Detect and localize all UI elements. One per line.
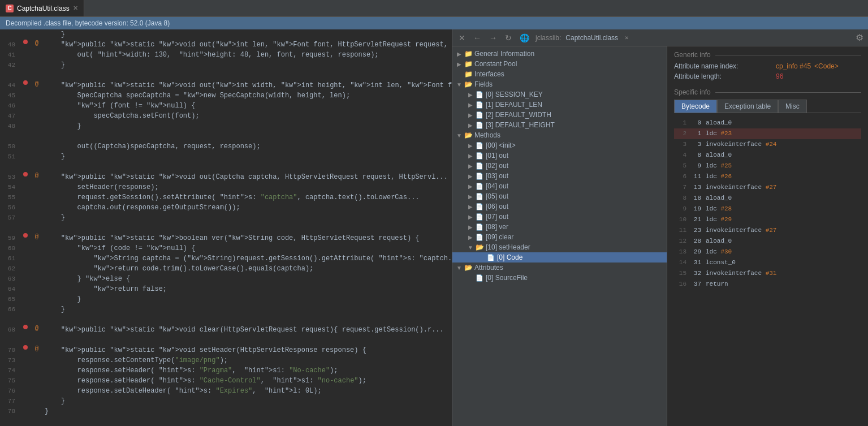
at-sign: @ <box>35 345 39 352</box>
code-line: 48 } <box>0 121 452 131</box>
code-text: response.setContentType("image/png"); <box>42 355 452 365</box>
breakpoint-dot <box>23 233 28 238</box>
tree-item-methods-05[interactable]: ▶📄[05] out <box>452 191 667 201</box>
bc-offset: 32 <box>690 269 706 278</box>
tab-bytecode[interactable]: Bytecode <box>674 100 717 113</box>
info-panel: Generic info Attribute name index: cp_in… <box>667 46 868 426</box>
tree-folder-icon: 📄 <box>475 173 484 179</box>
line-number: 42 <box>0 60 20 70</box>
tree-item-methods-00[interactable]: ▶📄[00] <init> <box>452 140 667 150</box>
tree-item-fields-0[interactable]: ▶📄[0] SESSION_KEY <box>452 89 667 100</box>
bytecode-row: 1228aload_0 <box>674 236 861 247</box>
code-line: 46 "kw">if (font != "kw">null) { <box>0 101 452 111</box>
tree-item-interfaces[interactable]: 📁Interfaces <box>452 69 667 79</box>
tree-item-general-info[interactable]: ▶📁General Information <box>452 49 667 59</box>
tree-item-fields[interactable]: ▼📂Fields <box>452 79 667 89</box>
forward-btn[interactable]: → <box>487 34 499 42</box>
tree-item-constant-pool[interactable]: ▶📁Constant Pool <box>452 59 667 69</box>
tab-misc[interactable]: Misc <box>778 100 807 113</box>
tree-item-fields-1[interactable]: ▶📄[1] DEFAULT_LEN <box>452 100 667 110</box>
tree-label: Constant Pool <box>474 60 667 68</box>
line-number: 59 <box>0 233 20 243</box>
line-number: 50 <box>0 141 20 152</box>
tree-item-methods-02[interactable]: ▶📄[02] out <box>452 161 667 171</box>
jclasslib-file-title: CaptchaUtil.class <box>565 34 618 42</box>
tree-arrow: ▶ <box>466 214 475 220</box>
line-number: 78 <box>0 406 20 416</box>
tree-item-methods-09[interactable]: ▶📄[09] clear <box>452 232 667 242</box>
tree-panel[interactable]: ▶📁General Information▶📁Constant Pool📁Int… <box>452 46 667 426</box>
line-number: 64 <box>0 284 20 294</box>
bytecode-row: 1431lconst_0 <box>674 257 861 268</box>
tree-folder-icon: 📄 <box>475 122 484 128</box>
jclasslib-header: ✕ ← → ↻ 🌐 jclasslib: CaptchaUtil.class ✕… <box>452 29 868 46</box>
generic-info-title: Generic info <box>674 51 861 59</box>
tree-arrow: ▶ <box>466 193 475 200</box>
tree-item-methods-10-code[interactable]: 📄[0] Code <box>452 252 667 263</box>
code-text: "kw">return code.trim().toLowerCase().eq… <box>42 264 452 274</box>
line-number: 75 <box>0 376 20 386</box>
bc-rownum: 4 <box>674 150 690 160</box>
tree-item-fields-3[interactable]: ▶📄[3] DEFAULT_HEIGHT <box>452 120 667 130</box>
code-line: 59@ "kw">public "kw">static "kw">boolean… <box>0 233 452 243</box>
line-number: 62 <box>0 264 20 274</box>
tree-folder-icon: 📄 <box>475 91 484 98</box>
bytecode-row: 48aload_0 <box>674 150 861 161</box>
tree-label: [07] out <box>486 213 667 221</box>
attr-name-row: Attribute name index: cp_info #45 <Code> <box>674 62 861 70</box>
code-text: } <box>42 60 452 70</box>
bc-rownum: 11 <box>674 226 690 235</box>
code-line: 40@ "kw">public "kw">static "kw">void ou… <box>0 40 452 50</box>
code-line: 42 } <box>0 60 452 70</box>
code-line: 65 } <box>0 294 452 304</box>
tree-folder-icon: 📄 <box>475 162 484 169</box>
code-area[interactable]: }40@ "kw">public "kw">static "kw">void o… <box>0 29 452 426</box>
bc-instruction: aload_0 <box>706 150 861 160</box>
tree-item-methods-01[interactable]: ▶📄[01] out <box>452 150 667 161</box>
close-btn[interactable]: ✕ <box>457 34 467 42</box>
tree-arrow: ▶ <box>466 143 475 149</box>
bc-offset: 28 <box>690 236 706 246</box>
tree-item-methods-06[interactable]: ▶📄[06] out <box>452 201 667 212</box>
code-line: 50 out((Captcha)specCaptcha, request, re… <box>0 141 452 152</box>
breakpoint-dot <box>23 80 28 85</box>
code-line: 45 SpecCaptcha specCaptcha = "kw">new Sp… <box>0 91 452 101</box>
tree-item-methods[interactable]: ▼📂Methods <box>452 130 667 140</box>
tree-item-methods-10[interactable]: ▼📂[10] setHeader <box>452 242 667 252</box>
at-col: @ <box>31 80 42 87</box>
line-number: 73 <box>0 355 20 365</box>
tree-item-methods-08[interactable]: ▶📄[08] ver <box>452 222 667 232</box>
line-number: 48 <box>0 121 20 131</box>
bc-instruction: aload_0 <box>706 193 861 203</box>
editor-tab[interactable]: C CaptchaUtil.class ✕ <box>0 0 84 16</box>
tree-folder-icon: 📄 <box>475 223 484 230</box>
globe-btn[interactable]: 🌐 <box>518 34 531 42</box>
tree-folder-icon: 📂 <box>464 264 473 271</box>
editor-tab-close[interactable]: ✕ <box>73 5 78 12</box>
back-btn[interactable]: ← <box>472 34 483 42</box>
tab-exception-table[interactable]: Exception table <box>717 100 778 113</box>
bc-instruction: invokeinterface #31 <box>706 269 861 278</box>
tree-label: General Information <box>474 50 667 58</box>
tree-item-methods-04[interactable]: ▶📄[04] out <box>452 181 667 191</box>
line-number: 60 <box>0 243 20 253</box>
code-line <box>0 315 452 325</box>
code-line: 44@ "kw">public "kw">static "kw">void ou… <box>0 80 452 91</box>
attr-name-link[interactable]: cp_info #45 <box>776 62 811 70</box>
tree-item-attributes-0[interactable]: 📄[0] SourceFile <box>452 273 667 283</box>
tree-folder-icon: 📄 <box>475 193 484 200</box>
jclasslib-close[interactable]: ✕ <box>625 34 629 41</box>
bc-instruction: aload_0 <box>706 118 861 128</box>
bc-rownum: 8 <box>674 193 690 203</box>
tree-item-attributes[interactable]: ▼📂Attributes <box>452 263 667 273</box>
refresh-btn[interactable]: ↻ <box>503 34 513 42</box>
tree-arrow: ▼ <box>466 244 475 251</box>
tree-item-fields-2[interactable]: ▶📄[2] DEFAULT_WIDTH <box>452 110 667 120</box>
bc-rownum: 7 <box>674 183 690 192</box>
tree-arrow: ▶ <box>466 173 475 179</box>
tree-item-methods-03[interactable]: ▶📄[03] out <box>452 171 667 181</box>
tree-item-methods-07[interactable]: ▶📄[07] out <box>452 212 667 222</box>
bytecode-row: 713invokeinterface #27 <box>674 182 861 193</box>
tree-label: [05] out <box>486 192 667 200</box>
settings-btn[interactable]: ⚙ <box>856 32 863 43</box>
